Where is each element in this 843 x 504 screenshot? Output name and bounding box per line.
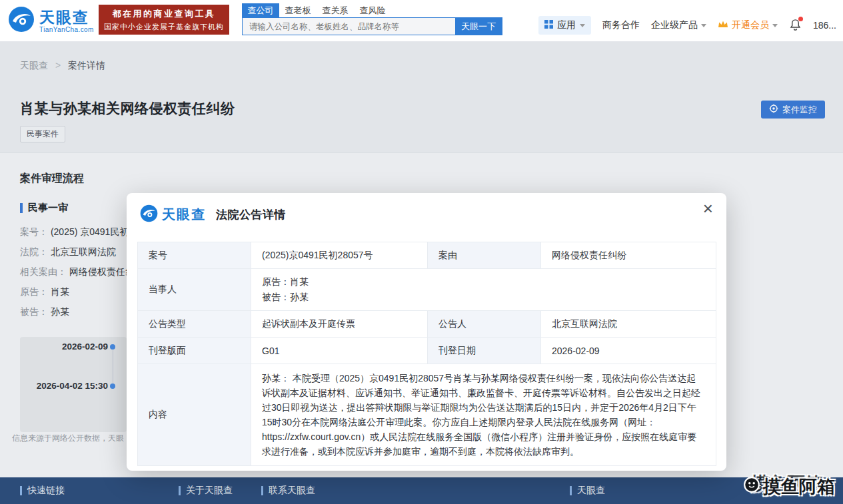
case-no-label: 案号 (138, 242, 251, 269)
breadcrumb-current: 案件详情 (68, 60, 105, 71)
menu-open-vip[interactable]: 开通会员 (718, 19, 778, 31)
footer-tianyancha[interactable]: 天眼查 (570, 477, 605, 504)
footer-about[interactable]: 关于天眼查 (179, 477, 233, 504)
menu-business-label: 商务合作 (602, 19, 640, 31)
trial-stage-label: 民事一审 (28, 202, 68, 214)
timeline-dot (110, 344, 115, 350)
timeline-date: 2026-04-02 15:30 (20, 381, 108, 391)
announcer-label: 公告人 (428, 311, 541, 338)
promo-badge: 都在用的商业查询工具 国家中小企业发展子基金旗下机构 (99, 5, 229, 35)
account-phone-label: 186... (813, 20, 836, 31)
tab-search-risk[interactable]: 查风险 (354, 3, 391, 17)
case-type-tag: 民事案件 (20, 126, 65, 142)
breadcrumb-home[interactable]: 天眼查 (20, 60, 48, 71)
data-source-note: 信息来源于网络公开数据，天眼 (12, 433, 124, 444)
footer-column-label: 快速链接 (27, 485, 65, 497)
top-header: 天眼查 TianYanCha.com 都在用的商业查询工具 国家中小企业发展子基… (0, 0, 843, 41)
modal-logo: 天眼查 (140, 204, 206, 225)
table-row: 当事人 原告：肖某 被告：孙某 (138, 269, 716, 311)
footer-column-label: 联系天眼查 (269, 485, 315, 497)
case-monitor-button[interactable]: 案件监控 (761, 101, 825, 119)
tab-search-relations[interactable]: 查关系 (317, 3, 354, 17)
page-value: G01 (251, 338, 428, 364)
page-title: 肖某与孙某相关网络侵权责任纠纷 (20, 99, 235, 118)
logo-subtitle: TianYanCha.com (39, 26, 94, 33)
tianyancha-logo-icon (140, 204, 158, 225)
crown-icon (718, 20, 728, 31)
publish-date-value: 2026-02-09 (541, 338, 716, 364)
notice-type-value: 起诉状副本及开庭传票 (251, 311, 428, 338)
publish-date-label: 刊登日期 (428, 338, 541, 364)
table-row: 案号 (2025)京0491民初28057号 案由 网络侵权责任纠纷 (138, 242, 716, 269)
account-phone[interactable]: 186... (813, 20, 836, 31)
vip-label: 开通会员 (732, 19, 769, 31)
chevron-down-icon (772, 24, 778, 27)
announcer-value: 北京互联网法院 (541, 311, 716, 338)
case-monitor-label: 案件监控 (782, 104, 817, 116)
content-label: 内容 (138, 364, 251, 466)
tab-search-company[interactable]: 查公司 (242, 3, 279, 17)
notification-dot (798, 17, 803, 21)
breadcrumb: 天眼查 > 案件详情 (20, 60, 105, 72)
table-row: 公告类型 起诉状副本及开庭传票 公告人 北京互联网法院 (138, 311, 716, 338)
watermark: 摸鱼阿箱 (743, 475, 835, 499)
field-value: 孙某 (51, 306, 69, 317)
trial-stage: 民事一审 (20, 202, 68, 214)
modal-title: 法院公告详情 (216, 207, 286, 222)
cause-label: 案由 (428, 242, 541, 269)
search-area: 查公司 查老板 查关系 查风险 天眼一下 (242, 3, 502, 35)
apps-grid-icon (544, 20, 553, 31)
footer-quick-links[interactable]: 快速链接 (20, 477, 65, 504)
notification-bell[interactable] (789, 18, 802, 33)
content-value: 孙某： 本院受理（2025）京0491民初28057号肖某与孙某网络侵权责任纠纷… (251, 364, 716, 466)
table-row: 刊登版面 G01 刊登日期 2026-02-09 (138, 338, 716, 364)
monitor-target-icon (769, 104, 778, 115)
promo-line2: 国家中小企业发展子基金旗下机构 (99, 22, 229, 32)
apps-menu[interactable]: 应用 (538, 16, 591, 35)
tianyancha-logo-icon (8, 6, 35, 35)
footer-column-label: 天眼查 (577, 485, 605, 497)
footer-accent-bar (20, 486, 22, 495)
search-tabs: 查公司 查老板 查关系 查风险 (242, 3, 502, 17)
field-label: 原告： (20, 286, 48, 297)
close-icon[interactable]: × (703, 200, 713, 217)
footer-accent-bar (570, 486, 572, 495)
search-bar: 天眼一下 (242, 17, 502, 35)
section-title: 案件审理流程 (20, 172, 84, 186)
party-value: 原告：肖某 被告：孙某 (251, 269, 716, 311)
logo-title: 天眼查 (39, 9, 94, 26)
timeline-date: 2026-02-09 (20, 342, 108, 352)
field-value: 肖某 (51, 286, 69, 297)
footer-contact[interactable]: 联系天眼查 (261, 477, 315, 504)
plaintiff-line: 原告：肖某 (262, 274, 705, 290)
field-label: 被告： (20, 306, 48, 317)
cause-value: 网络侵权责任纠纷 (541, 242, 716, 269)
promo-line1: 都在用的商业查询工具 (99, 8, 229, 20)
site-logo[interactable]: 天眼查 TianYanCha.com (8, 6, 94, 35)
stage-accent-bar (20, 203, 23, 213)
watermark-logo-icon (743, 476, 760, 498)
field-value: 北京互联网法院 (51, 246, 116, 257)
breadcrumb-separator: > (55, 60, 61, 71)
court-notice-table: 案号 (2025)京0491民初28057号 案由 网络侵权责任纠纷 当事人 原… (137, 242, 716, 466)
court-notice-modal: 天眼查 法院公告详情 × 案号 (2025)京0491民初28057号 案由 网… (127, 193, 726, 471)
field-label: 法院： (20, 246, 48, 257)
case-no-value: (2025)京0491民初28057号 (251, 242, 428, 269)
modal-logo-title: 天眼查 (162, 206, 206, 224)
notice-type-label: 公告类型 (138, 311, 251, 338)
page: 天眼查 TianYanCha.com 都在用的商业查询工具 国家中小企业发展子基… (0, 0, 843, 504)
tab-search-boss[interactable]: 查老板 (279, 3, 317, 17)
case-timeline: 2026-02-09 2026-04-02 15:30 (20, 337, 127, 432)
timeline-dot (110, 383, 115, 389)
menu-business-cooperation[interactable]: 商务合作 (602, 19, 640, 31)
menu-enterprise-label: 企业级产品 (651, 19, 698, 31)
apps-menu-label: 应用 (557, 19, 576, 31)
menu-enterprise-products[interactable]: 企业级产品 (651, 19, 706, 31)
header-menu: 应用 商务合作 企业级产品 开通会员 (538, 16, 836, 35)
modal-header: 天眼查 法院公告详情 × (127, 193, 726, 230)
chevron-down-icon (580, 24, 585, 27)
footer-column-label: 关于天眼查 (186, 485, 233, 497)
search-button[interactable]: 天眼一下 (455, 18, 502, 35)
search-input[interactable] (243, 18, 455, 35)
table-row: 内容 孙某： 本院受理（2025）京0491民初28057号肖某与孙某网络侵权责… (138, 364, 716, 466)
